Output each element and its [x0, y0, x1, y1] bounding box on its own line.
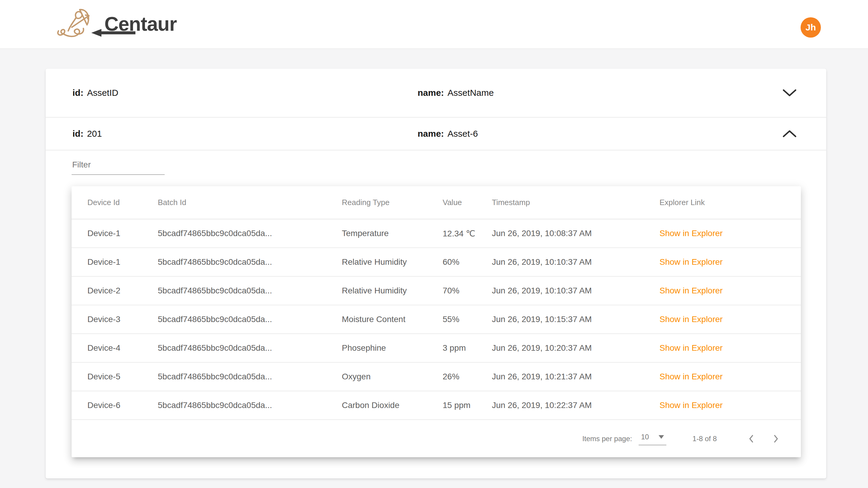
- show-in-explorer-link[interactable]: Show in Explorer: [659, 401, 723, 410]
- cell-timestamp: Jun 26, 2019, 10:08:37 AM: [492, 219, 659, 248]
- table-row: Device-6 5bcadf74865bbc9c0dca05da... Car…: [71, 391, 801, 420]
- user-avatar[interactable]: Jh: [801, 17, 821, 38]
- cell-timestamp: Jun 26, 2019, 10:22:37 AM: [492, 391, 659, 420]
- app-header: Centaur Jh: [0, 0, 868, 49]
- cell-explorer-link: Show in Explorer: [659, 305, 801, 334]
- panel-id-value: 201: [87, 128, 102, 139]
- paginator-nav: [745, 433, 782, 445]
- expansion-panel-header-expanded[interactable]: id:201 name:Asset-6: [45, 118, 826, 150]
- cell-value: 26%: [443, 362, 492, 391]
- panel-name-text: name:Asset-6: [417, 128, 783, 139]
- cell-reading-type: Carbon Dioxide: [342, 391, 443, 420]
- cell-reading-type: Temperature: [342, 219, 443, 248]
- chevron-up-icon[interactable]: [783, 130, 797, 138]
- cell-batch-id: 5bcadf74865bbc9c0dca05da...: [158, 305, 342, 334]
- cell-explorer-link: Show in Explorer: [659, 334, 801, 362]
- cell-batch-id: 5bcadf74865bbc9c0dca05da...: [158, 391, 342, 420]
- filter-input[interactable]: [71, 158, 165, 175]
- cell-device-id: Device-6: [71, 391, 158, 420]
- table-row: Device-4 5bcadf74865bbc9c0dca05da... Pho…: [71, 334, 801, 362]
- cell-value: 12.34 ℃: [443, 219, 492, 248]
- cell-timestamp: Jun 26, 2019, 10:20:37 AM: [492, 334, 659, 362]
- panel-id-value: AssetID: [87, 88, 118, 97]
- panel-name-value: AssetName: [447, 88, 494, 97]
- panel-name-label: name:: [417, 88, 444, 97]
- chevron-right-icon: [771, 433, 781, 444]
- column-header-device-id: Device Id: [71, 186, 158, 219]
- cell-timestamp: Jun 26, 2019, 10:10:37 AM: [492, 277, 659, 305]
- column-header-reading-type: Reading Type: [342, 186, 443, 219]
- previous-page-button[interactable]: [745, 433, 757, 445]
- chevron-down-icon[interactable]: [783, 89, 797, 97]
- panel-id-label: id:: [72, 88, 84, 97]
- show-in-explorer-link[interactable]: Show in Explorer: [659, 257, 723, 266]
- table-row: Device-1 5bcadf74865bbc9c0dca05da... Tem…: [71, 219, 801, 248]
- table-row: Device-5 5bcadf74865bbc9c0dca05da... Oxy…: [71, 362, 801, 391]
- cell-device-id: Device-3: [71, 305, 158, 334]
- asset-accordion: id:AssetID name:AssetName id:201 name:As…: [45, 69, 826, 479]
- panel-name-value: Asset-6: [447, 128, 478, 139]
- cell-value: 70%: [443, 277, 492, 305]
- cell-explorer-link: Show in Explorer: [659, 277, 801, 305]
- cell-timestamp: Jun 26, 2019, 10:21:37 AM: [492, 362, 659, 391]
- panel-id-text: id:AssetID: [72, 88, 417, 98]
- cell-value: 15 ppm: [443, 391, 492, 420]
- cell-device-id: Device-4: [71, 334, 158, 362]
- column-header-value: Value: [443, 186, 492, 219]
- cell-batch-id: 5bcadf74865bbc9c0dca05da...: [158, 334, 342, 362]
- cell-value: 55%: [443, 305, 492, 334]
- column-header-timestamp: Timestamp: [492, 186, 659, 219]
- cell-batch-id: 5bcadf74865bbc9c0dca05da...: [158, 219, 342, 248]
- page-size-select[interactable]: 10: [639, 432, 666, 445]
- cell-batch-id: 5bcadf74865bbc9c0dca05da...: [158, 248, 342, 277]
- cell-device-id: Device-2: [71, 277, 158, 305]
- cell-value: 60%: [443, 248, 492, 277]
- left-arrow-icon: [91, 29, 136, 37]
- filter-field: [71, 158, 165, 175]
- table-header-row: Device Id Batch Id Reading Type Value Ti…: [71, 186, 801, 219]
- cell-value: 3 ppm: [443, 334, 492, 362]
- cell-explorer-link: Show in Explorer: [659, 362, 801, 391]
- page-size-value: 10: [641, 433, 649, 441]
- panel-body: Device Id Batch Id Reading Type Value Ti…: [45, 158, 826, 457]
- panel-id-text: id:201: [72, 128, 417, 139]
- cell-reading-type: Relative Humidity: [342, 277, 443, 305]
- table-row: Device-1 5bcadf74865bbc9c0dca05da... Rel…: [71, 248, 801, 277]
- cell-explorer-link: Show in Explorer: [659, 248, 801, 277]
- cell-device-id: Device-1: [71, 248, 158, 277]
- cell-reading-type: Moisture Content: [342, 305, 443, 334]
- readings-table-card: Device Id Batch Id Reading Type Value Ti…: [71, 186, 801, 457]
- column-header-explorer-link: Explorer Link: [659, 186, 801, 219]
- cell-timestamp: Jun 26, 2019, 10:15:37 AM: [492, 305, 659, 334]
- chevron-left-icon: [746, 433, 757, 444]
- table-paginator: Items per page: 10 1-8 of 8: [71, 420, 801, 457]
- show-in-explorer-link[interactable]: Show in Explorer: [659, 372, 723, 381]
- expansion-panel-header-collapsed[interactable]: id:AssetID name:AssetName: [45, 69, 826, 118]
- column-header-batch-id: Batch Id: [158, 186, 342, 219]
- show-in-explorer-link[interactable]: Show in Explorer: [659, 229, 723, 238]
- panel-name-label: name:: [417, 128, 444, 139]
- cell-timestamp: Jun 26, 2019, 10:10:37 AM: [492, 248, 659, 277]
- cell-explorer-link: Show in Explorer: [659, 219, 801, 248]
- show-in-explorer-link[interactable]: Show in Explorer: [659, 315, 723, 324]
- cell-device-id: Device-5: [71, 362, 158, 391]
- items-per-page-label: Items per page:: [582, 435, 632, 443]
- cell-device-id: Device-1: [71, 219, 158, 248]
- show-in-explorer-link[interactable]: Show in Explorer: [659, 343, 723, 352]
- dropdown-arrow-icon: [659, 435, 664, 439]
- cell-batch-id: 5bcadf74865bbc9c0dca05da...: [158, 277, 342, 305]
- cell-batch-id: 5bcadf74865bbc9c0dca05da...: [158, 362, 342, 391]
- cell-reading-type: Phosephine: [342, 334, 443, 362]
- table-row: Device-2 5bcadf74865bbc9c0dca05da... Rel…: [71, 277, 801, 305]
- table-row: Device-3 5bcadf74865bbc9c0dca05da... Moi…: [71, 305, 801, 334]
- panel-id-label: id:: [72, 128, 84, 139]
- centaur-archer-icon: [56, 7, 92, 41]
- show-in-explorer-link[interactable]: Show in Explorer: [659, 286, 723, 295]
- next-page-button[interactable]: [770, 433, 782, 445]
- page-range-label: 1-8 of 8: [692, 435, 717, 443]
- cell-explorer-link: Show in Explorer: [659, 391, 801, 420]
- readings-table: Device Id Batch Id Reading Type Value Ti…: [71, 186, 801, 420]
- cell-reading-type: Relative Humidity: [342, 248, 443, 277]
- panel-name-text: name:AssetName: [417, 88, 783, 98]
- cell-reading-type: Oxygen: [342, 362, 443, 391]
